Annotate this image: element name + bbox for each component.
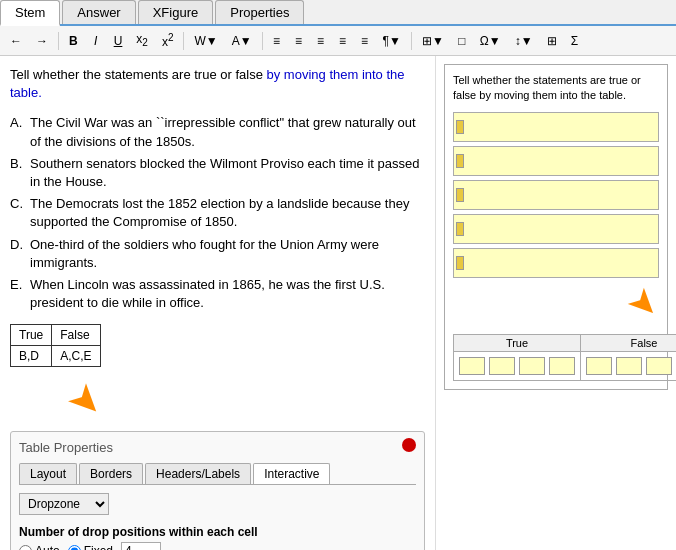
subscript-button[interactable]: x2 [130, 29, 154, 51]
preview-instructions: Tell whether the statements are true or … [453, 73, 659, 104]
yellow-indicator-2 [456, 154, 464, 168]
table-button[interactable]: ⊞▼ [416, 31, 450, 51]
yellow-box-2[interactable] [453, 146, 659, 176]
sub-tab-headers[interactable]: Headers/Labels [145, 463, 251, 484]
true-header: True [11, 325, 52, 346]
false-cell-1 [586, 357, 612, 375]
answer-table: True False B,D A,C,E [10, 324, 101, 367]
true-cell-2 [489, 357, 515, 375]
font-button[interactable]: W▼ [188, 31, 223, 51]
sub-tab-layout[interactable]: Layout [19, 463, 77, 484]
font-size-button[interactable]: A▼ [226, 31, 258, 51]
statements-list: A. The Civil War was an ``irrepressible … [10, 114, 425, 312]
sep1 [58, 32, 59, 50]
drop-positions-radios: Auto Fixed [19, 542, 416, 550]
table-properties-panel: Table Properties Layout Borders Headers/… [10, 431, 425, 550]
italic-button[interactable]: I [86, 31, 106, 51]
table-props-title: Table Properties [19, 440, 416, 455]
false-header: False [52, 325, 100, 346]
true-cell-3 [519, 357, 545, 375]
line-height-button[interactable]: ↕▼ [509, 31, 539, 51]
drop-positions-label: Number of drop positions within each cel… [19, 525, 416, 539]
statement-e: E. When Lincoln was assassinated in 1865… [10, 276, 425, 312]
yellow-indicator-4 [456, 222, 464, 236]
underline-button[interactable]: U [108, 31, 129, 51]
auto1-label[interactable]: Auto [19, 544, 60, 550]
grid-button[interactable]: ⊞ [541, 31, 563, 51]
bottom-preview-table-area: True False [453, 334, 659, 381]
main-tabs: Stem Answer XFigure Properties [0, 0, 676, 26]
yellow-indicator-5 [456, 256, 464, 270]
preview-true-cells [454, 351, 581, 380]
tab-xfigure[interactable]: XFigure [138, 0, 214, 24]
true-cell-1 [459, 357, 485, 375]
auto1-radio[interactable] [19, 545, 32, 550]
down-arrow-area: ➤ [10, 377, 425, 423]
false-cell-2 [616, 357, 642, 375]
false-cell-3 [646, 357, 672, 375]
bold-button[interactable]: B [63, 31, 84, 51]
indent-button[interactable]: ≡ [355, 31, 375, 51]
preview-false-cells [581, 351, 677, 380]
align-right-button[interactable]: ≡ [311, 31, 331, 51]
true-cells-row [456, 354, 578, 378]
preview-false-header: False [581, 334, 677, 351]
special-char-button[interactable]: Ω▼ [474, 31, 507, 51]
drop-positions-row: Number of drop positions within each cel… [19, 525, 416, 550]
box-button[interactable]: □ [452, 31, 472, 51]
sub-tab-borders[interactable]: Borders [79, 463, 143, 484]
statement-b: B. Southern senators blocked the Wilmont… [10, 155, 425, 191]
left-panel: Tell whether the statements are true or … [0, 56, 436, 550]
false-cells-row [583, 354, 676, 378]
yellow-indicator-3 [456, 188, 464, 202]
align-center-button[interactable]: ≡ [289, 31, 309, 51]
true-cell-4 [549, 357, 575, 375]
fixed1-radio[interactable] [68, 545, 81, 550]
tab-properties[interactable]: Properties [215, 0, 304, 24]
instructions-text: Tell whether the statements are true or … [10, 66, 425, 102]
false-values: A,C,E [52, 346, 100, 367]
sep3 [262, 32, 263, 50]
preview-table: True False [453, 334, 676, 381]
tab-answer[interactable]: Answer [62, 0, 135, 24]
tab-stem[interactable]: Stem [0, 0, 60, 26]
align-justify-button[interactable]: ≡ [333, 31, 353, 51]
dropzone-select[interactable]: Dropzone [19, 493, 109, 515]
yellow-box-5[interactable] [453, 248, 659, 278]
true-values: B,D [11, 346, 52, 367]
sigma-button[interactable]: Σ [565, 31, 585, 51]
yellow-box-1[interactable] [453, 112, 659, 142]
right-panel: Tell whether the statements are true or … [436, 56, 676, 550]
right-arrow-area: ➤ [453, 282, 659, 324]
statement-c: C. The Democrats lost the 1852 election … [10, 195, 425, 231]
down-arrow-icon: ➤ [59, 372, 116, 429]
sep2 [183, 32, 184, 50]
superscript-button[interactable]: x2 [156, 29, 180, 52]
undo-button[interactable]: ← [4, 31, 28, 51]
fixed1-label[interactable]: Fixed [68, 544, 113, 550]
preview-box: Tell whether the statements are true or … [444, 64, 668, 390]
bottom-right-arrow-icon: ➤ [619, 277, 670, 328]
statement-a: A. The Civil War was an ``irrepressible … [10, 114, 425, 150]
yellow-indicator-1 [456, 120, 464, 134]
yellow-box-3[interactable] [453, 180, 659, 210]
list-button[interactable]: ¶▼ [377, 31, 407, 51]
yellow-box-4[interactable] [453, 214, 659, 244]
preview-true-header: True [454, 334, 581, 351]
sub-tabs: Layout Borders Headers/Labels Interactiv… [19, 463, 416, 485]
toolbar: ← → B I U x2 x2 W▼ A▼ ≡ ≡ ≡ ≡ ≡ ¶▼ ⊞▼ □ … [0, 26, 676, 56]
content-area: Tell whether the statements are true or … [0, 56, 676, 550]
align-left-button[interactable]: ≡ [267, 31, 287, 51]
sub-tab-interactive[interactable]: Interactive [253, 463, 330, 484]
fixed1-input[interactable] [121, 542, 161, 550]
sep4 [411, 32, 412, 50]
statement-d: D. One-third of the soldiers who fought … [10, 236, 425, 272]
redo-button[interactable]: → [30, 31, 54, 51]
